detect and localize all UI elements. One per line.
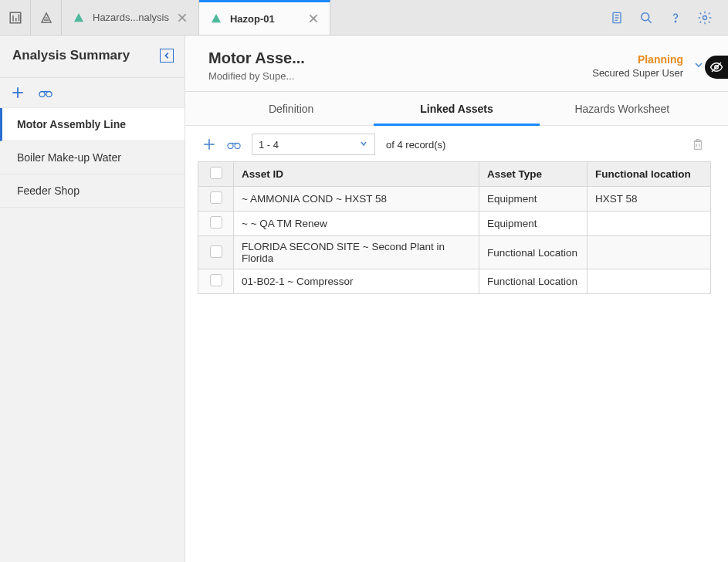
add-icon[interactable] xyxy=(202,137,216,151)
svg-point-23 xyxy=(39,91,45,96)
cell-asset-id: ~ AMMONIA COND ~ HXST 58 xyxy=(234,187,479,212)
tab-active[interactable]: Hazop-01 xyxy=(199,0,330,35)
sidebar-tools xyxy=(0,78,185,108)
status-badge: Planning xyxy=(592,53,683,66)
page-range-value: 1 - 4 xyxy=(259,139,279,151)
main-content: Motor Asse... Modified by Supe... Planni… xyxy=(185,36,728,562)
close-icon[interactable] xyxy=(177,12,188,23)
main-header: Motor Asse... Modified by Supe... Planni… xyxy=(185,36,728,92)
cell-asset-type: Equipment xyxy=(479,212,587,236)
sidebar-item-boiler[interactable]: Boiler Make-up Water xyxy=(0,141,185,174)
svg-rect-29 xyxy=(695,141,702,149)
tab-label: Hazards Worksheet xyxy=(574,103,669,115)
cell-func-loc xyxy=(587,236,711,269)
col-asset-id[interactable]: Asset ID xyxy=(234,162,479,187)
sidebar-item-motor-assembly[interactable]: Motor Assembly Line xyxy=(0,108,185,141)
svg-line-18 xyxy=(648,19,652,22)
delete-icon[interactable] xyxy=(691,137,705,151)
topbar-tabs: Hazards...nalysis Hazop-01 xyxy=(62,0,604,35)
sidebar-item-label: Motor Assembly Line xyxy=(17,118,126,130)
col-functional-location[interactable]: Functional location xyxy=(587,162,711,187)
svg-point-17 xyxy=(642,12,649,20)
close-icon[interactable] xyxy=(308,13,319,24)
user-name: Secured Super User xyxy=(592,67,683,79)
table-row[interactable]: 01-B02-1 ~ Compressor Functional Locatio… xyxy=(198,269,711,294)
sidebar: Analysis Summary Motor Assembly Line Boi… xyxy=(0,36,185,562)
search-icon[interactable] xyxy=(634,5,659,30)
cell-func-loc xyxy=(587,269,711,294)
page-range-select[interactable]: 1 - 4 xyxy=(252,134,375,155)
hazard-triangle-icon xyxy=(73,12,85,24)
svg-point-19 xyxy=(675,21,676,22)
cell-func-loc xyxy=(587,212,711,236)
cell-asset-id: 01-B02-1 ~ Compressor xyxy=(234,269,479,294)
hazard-triangle-icon xyxy=(210,12,222,25)
chevron-down-icon xyxy=(359,139,368,151)
svg-marker-7 xyxy=(74,13,83,22)
tab-label: Linked Assets xyxy=(420,103,493,115)
help-icon[interactable] xyxy=(663,5,688,30)
col-asset-type[interactable]: Asset Type xyxy=(479,162,587,187)
tab-definition[interactable]: Definition xyxy=(208,92,374,125)
assets-table: Asset ID Asset Type Functional location … xyxy=(198,161,711,294)
cell-asset-id: FLORIDA SECOND SITE ~ Second Plant in Fl… xyxy=(234,236,479,269)
filter-binoculars-icon[interactable] xyxy=(39,86,52,100)
sidebar-header: Analysis Summary xyxy=(0,36,185,78)
main-header-right: Planning Secured Super User xyxy=(592,49,705,82)
checkbox[interactable] xyxy=(210,245,222,258)
tab-hazards-worksheet[interactable]: Hazards Worksheet xyxy=(540,92,705,125)
status-user-block: Planning Secured Super User xyxy=(592,53,683,79)
tabs-secondary: Definition Linked Assets Hazards Workshe… xyxy=(185,92,728,126)
sidebar-item-label: Feeder Shop xyxy=(17,185,80,197)
svg-point-27 xyxy=(228,143,233,148)
tab-linked-assets[interactable]: Linked Assets xyxy=(374,92,539,125)
select-all-cell[interactable] xyxy=(198,162,234,187)
tab-inactive[interactable]: Hazards...nalysis xyxy=(62,0,199,35)
analysis-icon[interactable] xyxy=(31,0,62,35)
status-dropdown[interactable] xyxy=(692,59,705,73)
svg-point-24 xyxy=(46,91,52,96)
sidebar-item-feeder[interactable]: Feeder Shop xyxy=(0,174,185,208)
cell-asset-id: ~ ~ QA TM Renew xyxy=(234,212,479,236)
main-header-left: Motor Asse... Modified by Supe... xyxy=(208,49,305,82)
table-row[interactable]: ~ AMMONIA COND ~ HXST 58 Equipment HXST … xyxy=(198,187,711,212)
checkbox[interactable] xyxy=(210,167,222,179)
checkbox[interactable] xyxy=(210,191,222,204)
filter-binoculars-icon[interactable] xyxy=(227,137,241,151)
svg-marker-10 xyxy=(212,14,221,22)
page-title: Motor Asse... xyxy=(208,49,305,67)
table-row[interactable]: FLORIDA SECOND SITE ~ Second Plant in Fl… xyxy=(198,236,711,269)
sidebar-item-label: Boiler Make-up Water xyxy=(17,151,121,164)
collapse-sidebar-button[interactable] xyxy=(160,49,174,63)
tab-label: Definition xyxy=(269,103,313,115)
topbar-left xyxy=(0,0,62,35)
tab-label: Hazop-01 xyxy=(230,13,300,25)
list-toolbar: 1 - 4 of 4 record(s) xyxy=(185,126,728,161)
tab-label: Hazards...nalysis xyxy=(93,12,169,23)
sidebar-title: Analysis Summary xyxy=(12,48,130,63)
page-subtitle: Modified by Supe... xyxy=(208,70,305,82)
cell-asset-type: Functional Location xyxy=(479,269,587,294)
cell-func-loc: HXST 58 xyxy=(587,187,711,212)
svg-point-20 xyxy=(703,15,707,19)
cell-asset-type: Equipment xyxy=(479,187,587,212)
svg-point-28 xyxy=(235,143,240,148)
gear-icon[interactable] xyxy=(692,5,717,30)
clipboard-icon[interactable] xyxy=(604,5,629,30)
records-summary: of 4 record(s) xyxy=(386,139,445,151)
body: Analysis Summary Motor Assembly Line Boi… xyxy=(0,36,728,562)
checkbox[interactable] xyxy=(210,216,222,229)
dashboard-icon[interactable] xyxy=(0,0,31,35)
topbar: Hazards...nalysis Hazop-01 xyxy=(0,0,728,36)
add-icon[interactable] xyxy=(11,86,25,100)
table-row[interactable]: ~ ~ QA TM Renew Equipment xyxy=(198,212,711,236)
checkbox[interactable] xyxy=(210,274,222,286)
table-header-row: Asset ID Asset Type Functional location xyxy=(198,162,711,187)
sidebar-items: Motor Assembly Line Boiler Make-up Water… xyxy=(0,108,185,208)
cell-asset-type: Functional Location xyxy=(479,236,587,269)
topbar-actions xyxy=(604,0,728,35)
preview-toggle[interactable] xyxy=(705,56,728,79)
